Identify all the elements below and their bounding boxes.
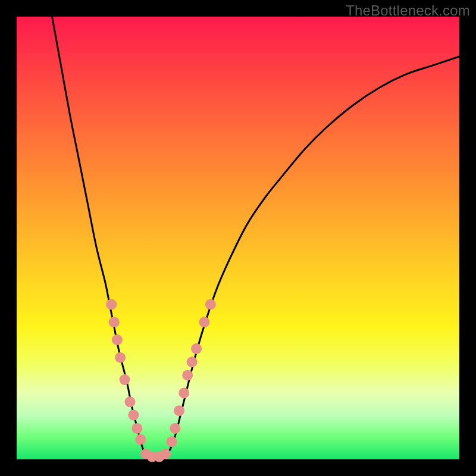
data-marker bbox=[191, 343, 202, 354]
data-marker bbox=[109, 317, 120, 327]
data-marker bbox=[182, 370, 193, 381]
chart-frame: TheBottleneck.com bbox=[0, 0, 476, 476]
data-marker bbox=[135, 434, 146, 445]
data-marker bbox=[106, 299, 117, 310]
data-marker bbox=[120, 374, 130, 385]
data-marker bbox=[160, 449, 171, 459]
curve-svg bbox=[17, 17, 459, 459]
data-marker bbox=[178, 387, 189, 398]
curve-group bbox=[52, 17, 459, 458]
data-marker bbox=[112, 334, 123, 345]
data-marker bbox=[205, 299, 216, 310]
data-marker bbox=[131, 423, 142, 434]
data-marker bbox=[115, 352, 126, 363]
watermark-text: TheBottleneck.com bbox=[346, 2, 470, 19]
data-marker bbox=[199, 317, 209, 327]
plot-area bbox=[17, 17, 459, 459]
data-marker bbox=[187, 356, 198, 367]
data-marker bbox=[174, 405, 184, 416]
bottleneck-curve bbox=[52, 17, 459, 458]
data-marker bbox=[166, 436, 177, 447]
marker-group bbox=[106, 299, 216, 462]
data-marker bbox=[124, 396, 135, 407]
data-marker bbox=[128, 410, 139, 421]
data-marker bbox=[170, 423, 180, 434]
